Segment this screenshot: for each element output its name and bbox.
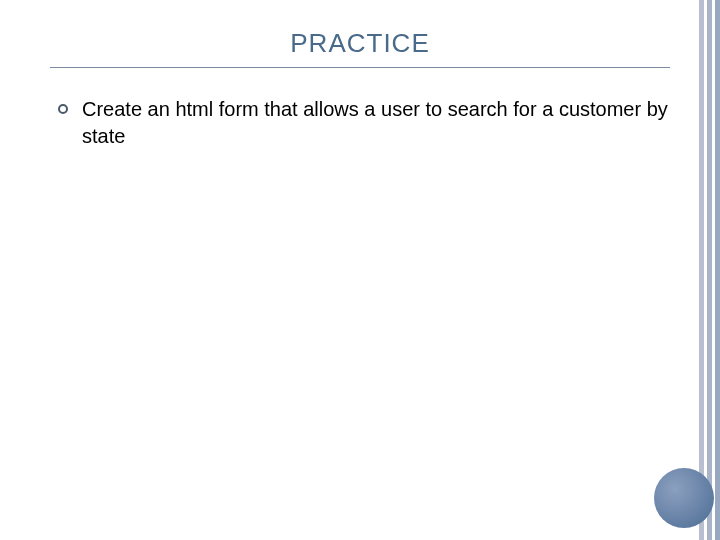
circle-decoration — [654, 468, 714, 528]
slide-container: PRACTICE Create an html form that allows… — [0, 0, 720, 540]
bullet-item: Create an html form that allows a user t… — [58, 96, 680, 150]
stripe — [715, 0, 720, 540]
right-border-decoration — [699, 0, 720, 540]
bullet-text: Create an html form that allows a user t… — [82, 96, 680, 150]
stripe — [699, 0, 704, 540]
stripe — [707, 0, 712, 540]
slide-content: Create an html form that allows a user t… — [40, 96, 680, 150]
bullet-icon — [58, 104, 68, 114]
slide-title: PRACTICE — [40, 28, 680, 59]
title-divider — [50, 67, 670, 68]
